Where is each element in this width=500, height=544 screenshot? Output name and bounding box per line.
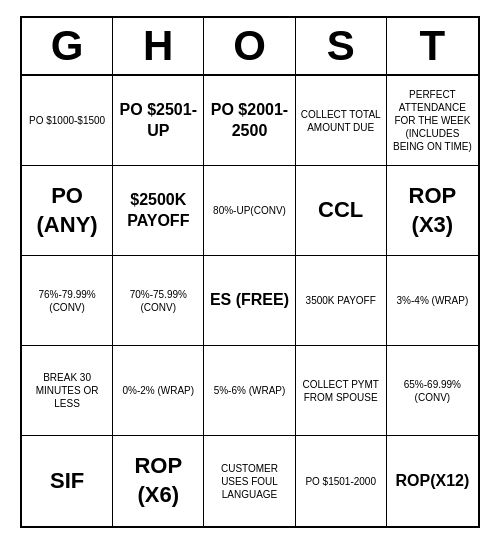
bingo-cell: PO $2001-2500 (204, 76, 295, 166)
bingo-cell: 3500K PAYOFF (296, 256, 387, 346)
bingo-header: GHOST (22, 18, 478, 76)
bingo-cell: ROP (X6) (113, 436, 204, 526)
bingo-cell: ROP(X12) (387, 436, 478, 526)
header-letter: S (296, 18, 387, 74)
bingo-cell: $2500K PAYOFF (113, 166, 204, 256)
header-letter: G (22, 18, 113, 74)
bingo-cell: 0%-2% (WRAP) (113, 346, 204, 436)
bingo-cell: 70%-75.99% (CONV) (113, 256, 204, 346)
bingo-cell: 3%-4% (WRAP) (387, 256, 478, 346)
bingo-cell: 76%-79.99% (CONV) (22, 256, 113, 346)
bingo-cell: ES (FREE) (204, 256, 295, 346)
bingo-cell: PO (ANY) (22, 166, 113, 256)
bingo-grid: PO $1000-$1500PO $2501-UPPO $2001-2500CO… (22, 76, 478, 526)
header-letter: H (113, 18, 204, 74)
bingo-cell: 5%-6% (WRAP) (204, 346, 295, 436)
bingo-cell: 80%-UP(CONV) (204, 166, 295, 256)
header-letter: O (204, 18, 295, 74)
bingo-cell: CCL (296, 166, 387, 256)
bingo-cell: COLLECT PYMT FROM SPOUSE (296, 346, 387, 436)
bingo-cell: PO $2501-UP (113, 76, 204, 166)
bingo-card: GHOST PO $1000-$1500PO $2501-UPPO $2001-… (20, 16, 480, 528)
bingo-cell: 65%-69.99% (CONV) (387, 346, 478, 436)
bingo-cell: PO $1000-$1500 (22, 76, 113, 166)
bingo-cell: COLLECT TOTAL AMOUNT DUE (296, 76, 387, 166)
bingo-cell: CUSTOMER USES FOUL LANGUAGE (204, 436, 295, 526)
header-letter: T (387, 18, 478, 74)
bingo-cell: SIF (22, 436, 113, 526)
bingo-cell: PO $1501-2000 (296, 436, 387, 526)
bingo-cell: PERFECT ATTENDANCE FOR THE WEEK (INCLUDE… (387, 76, 478, 166)
bingo-cell: BREAK 30 MINUTES OR LESS (22, 346, 113, 436)
bingo-cell: ROP (X3) (387, 166, 478, 256)
